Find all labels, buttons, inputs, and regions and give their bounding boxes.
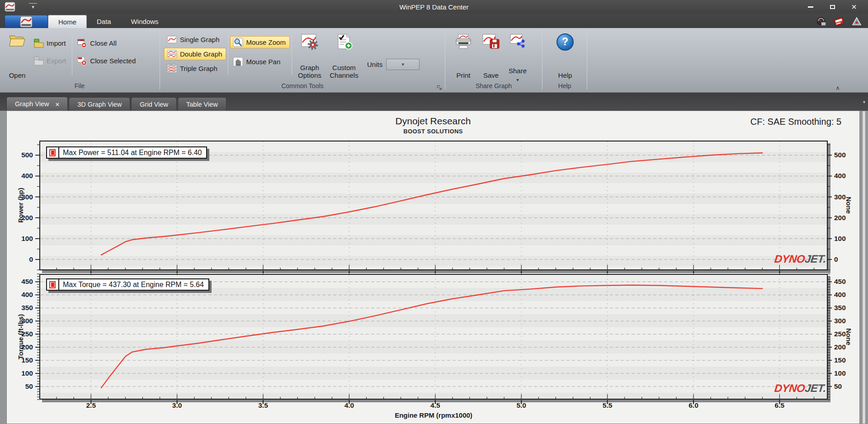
svg-text:250: 250: [834, 330, 846, 338]
save-button[interactable]: Save: [477, 30, 505, 81]
document-tab-strip: Graph View × 3D Graph View Grid View Tab…: [0, 93, 868, 111]
minimize-button[interactable]: [803, 2, 818, 11]
triple-graph-button[interactable]: Triple Graph: [164, 62, 226, 75]
import-csv-icon: [33, 38, 44, 48]
graph-title: Dynojet Research: [7, 116, 859, 127]
custom-channels-icon: [335, 33, 353, 52]
tab-grid-view[interactable]: Grid View: [131, 97, 177, 111]
help-button[interactable]: ? Help: [552, 30, 579, 81]
tab-table-view[interactable]: Table View: [178, 97, 226, 111]
group-label-file: File: [0, 81, 159, 92]
x-tick-label: 4.5: [424, 401, 447, 410]
winpep-logo-icon: [19, 16, 33, 28]
power-legend[interactable]: Max Power = 511.04 at Engine RPM = 6.40: [46, 146, 207, 159]
dialog-launcher-icon[interactable]: [437, 84, 443, 90]
triple-graph-icon: [166, 64, 177, 73]
export-csv-icon: [33, 56, 44, 66]
custom-channels-button[interactable]: Custom Channels: [326, 30, 363, 81]
maximize-icon: [830, 5, 835, 9]
minimize-icon: [808, 6, 813, 8]
dynojet-logo: DYNOJET.: [774, 382, 826, 395]
save-floppy-icon: [482, 33, 500, 52]
x-tick-label: 3.5: [252, 401, 274, 410]
power-y-axis-label: Power (hp): [17, 188, 24, 223]
separator: [292, 34, 292, 75]
power-chart: 00100100200200300300400400500500 Max Pow…: [7, 137, 859, 273]
close-tab-icon[interactable]: ×: [56, 100, 60, 108]
double-graph-button[interactable]: Double Graph: [164, 48, 226, 60]
close-button[interactable]: ×: [846, 2, 862, 11]
group-separator: [445, 31, 445, 90]
titlebar: ▾ WinPEP 8 Data Center ×: [0, 0, 868, 14]
torque-y-axis-label: Torque (ft-lbs): [17, 314, 24, 360]
status-icon-tray: [816, 17, 862, 27]
svg-text:100: 100: [834, 369, 846, 377]
close-selected-button[interactable]: Close Selected: [74, 55, 140, 67]
application-menu-button[interactable]: [5, 15, 48, 28]
export-button[interactable]: Export: [31, 55, 70, 67]
collapse-ribbon-icon[interactable]: ∧: [833, 85, 843, 91]
graph-options-gear-icon: [301, 33, 319, 52]
ribbon: Open Import Export Close: [0, 28, 868, 93]
svg-text:200: 200: [834, 343, 846, 351]
torque-legend[interactable]: Max Torque = 437.30 at Engine RPM = 5.64: [46, 278, 209, 291]
hand-pan-icon: [232, 57, 243, 66]
svg-text:300: 300: [834, 193, 846, 201]
close-selected-icon: [76, 56, 87, 66]
x-tick-label: 6.0: [682, 401, 705, 410]
svg-text:100: 100: [21, 369, 33, 377]
mouse-pan-button[interactable]: Mouse Pan: [230, 56, 290, 68]
x-tick-label: 3.0: [166, 401, 189, 410]
torque-series-swatch: [49, 281, 56, 288]
svg-text:400: 400: [21, 291, 33, 298]
svg-text:350: 350: [834, 304, 846, 311]
svg-text:450: 450: [21, 278, 33, 285]
torque-right-axis-label: None: [845, 328, 853, 345]
open-button[interactable]: Open: [4, 30, 31, 81]
vertical-scrollbar[interactable]: [862, 111, 866, 424]
close-all-button[interactable]: Close All: [74, 37, 140, 49]
correction-smoothing-label: CF: SAE Smoothing: 5: [750, 117, 841, 127]
ribbon-tab-windows[interactable]: Windows: [121, 15, 169, 28]
torque-plot-area[interactable]: [39, 274, 828, 400]
gauge-status-icon[interactable]: [816, 17, 826, 27]
ribbon-group-help: ? Help Help: [543, 28, 586, 92]
device-status-icon[interactable]: [834, 17, 844, 27]
graph-options-button[interactable]: Graph Options: [294, 30, 326, 81]
torque-chart: 5050100100150150200200250250300300350350…: [7, 273, 859, 401]
ribbon-tab-row: Home Data Windows: [0, 14, 868, 28]
tab-graph-view[interactable]: Graph View ×: [6, 97, 68, 111]
group-label-common-tools: Common Tools: [160, 81, 444, 92]
tab-overflow-icon[interactable]: ▾: [863, 99, 865, 104]
share-button[interactable]: Share ▾: [505, 30, 531, 81]
tab-3d-graph-view[interactable]: 3D Graph View: [69, 97, 130, 111]
svg-text:100: 100: [21, 235, 33, 242]
svg-text:0: 0: [29, 255, 33, 263]
ribbon-tab-data[interactable]: Data: [87, 15, 121, 28]
ribbon-group-file: Open Import Export Close: [0, 28, 159, 92]
separator: [72, 34, 72, 75]
units-dropdown[interactable]: ▾: [386, 59, 420, 70]
svg-text:0: 0: [834, 255, 838, 263]
svg-text:500: 500: [834, 151, 846, 159]
svg-text:100: 100: [834, 235, 846, 242]
single-graph-button[interactable]: Single Graph: [164, 33, 226, 46]
svg-text:150: 150: [834, 356, 846, 364]
winpep-window: ▾ WinPEP 8 Data Center × Home Data Windo…: [0, 0, 868, 424]
x-axis: Engine RPM (rpmx1000) 2.53.03.54.04.55.0…: [7, 400, 859, 423]
mouse-zoom-button[interactable]: Mouse Zoom: [230, 36, 290, 48]
ribbon-group-share-graph: Print Save Share ▾ Share Graph: [446, 28, 542, 92]
alert-status-icon[interactable]: [852, 17, 862, 27]
dynojet-logo: DYNOJET.: [774, 253, 826, 265]
maximize-button[interactable]: [825, 2, 840, 11]
print-button[interactable]: Print: [449, 30, 477, 81]
graph-view-panel: Dynojet Research BOOST SOLUTIONS CF: SAE…: [6, 111, 860, 424]
window-title: WinPEP 8 Data Center: [0, 3, 868, 11]
import-button[interactable]: Import: [31, 37, 70, 49]
power-plot-area[interactable]: [39, 141, 828, 270]
power-right-axis-label: None: [845, 197, 853, 214]
power-legend-text: Max Power = 511.04 at Engine RPM = 6.40: [58, 147, 202, 158]
share-nodes-icon: [509, 33, 526, 50]
close-all-icon: [76, 38, 87, 48]
ribbon-tab-home[interactable]: Home: [48, 15, 87, 28]
